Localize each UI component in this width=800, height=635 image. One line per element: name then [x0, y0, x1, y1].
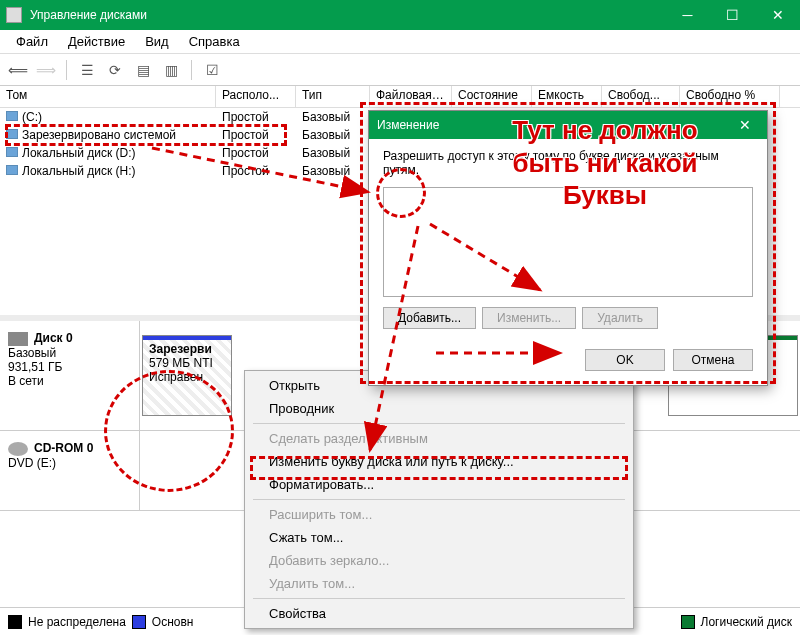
col-capacity[interactable]: Емкость: [532, 86, 602, 107]
volume-header: Том Располо... Тип Файловая ... Состояни…: [0, 86, 800, 108]
back-icon[interactable]: ⟸: [6, 59, 30, 81]
ctx-mirror: Добавить зеркало...: [247, 549, 631, 572]
forward-icon[interactable]: ⟹: [34, 59, 58, 81]
ctx-shrink[interactable]: Сжать том...: [247, 526, 631, 549]
window-title: Управление дисками: [30, 8, 665, 22]
settings-icon[interactable]: ☑: [200, 59, 224, 81]
menu-view[interactable]: Вид: [135, 32, 179, 51]
ctx-make-active: Сделать раздел активным: [247, 427, 631, 450]
view-bottom-icon[interactable]: ▥: [159, 59, 183, 81]
app-icon: [6, 7, 22, 23]
volume-icon: [6, 111, 18, 121]
col-type[interactable]: Тип: [296, 86, 370, 107]
col-fs[interactable]: Файловая ...: [370, 86, 452, 107]
col-layout[interactable]: Располо...: [216, 86, 296, 107]
cdrom-info[interactable]: CD-ROM 0 DVD (E:): [0, 431, 140, 510]
legend-swatch-primary: [132, 615, 146, 629]
ctx-explorer[interactable]: Проводник: [247, 397, 631, 420]
menu-action[interactable]: Действие: [58, 32, 135, 51]
menu-bar: Файл Действие Вид Справка: [0, 30, 800, 54]
ok-button[interactable]: OK: [585, 349, 665, 371]
disk-icon: [8, 332, 28, 346]
ctx-delete: Удалить том...: [247, 572, 631, 595]
view-top-icon[interactable]: ▤: [131, 59, 155, 81]
context-menu: Открыть Проводник Сделать раздел активны…: [244, 370, 634, 629]
dialog-title: Изменение: [377, 118, 731, 132]
remove-button: Удалить: [582, 307, 658, 329]
legend-swatch-unallocated: [8, 615, 22, 629]
dialog-close-icon[interactable]: ✕: [731, 117, 759, 133]
view-list-icon[interactable]: ☰: [75, 59, 99, 81]
ctx-format[interactable]: Форматировать...: [247, 473, 631, 496]
drive-paths-listbox[interactable]: [383, 187, 753, 297]
col-freepct[interactable]: Свободно %: [680, 86, 780, 107]
change-letter-dialog: Изменение ✕ Разрешить доступ к этому том…: [368, 110, 768, 386]
refresh-icon[interactable]: ⟳: [103, 59, 127, 81]
title-bar: Управление дисками ─ ☐ ✕: [0, 0, 800, 30]
volume-icon: [6, 129, 18, 139]
minimize-button[interactable]: ─: [665, 0, 710, 30]
col-volume[interactable]: Том: [0, 86, 216, 107]
col-free[interactable]: Свобод...: [602, 86, 680, 107]
col-status[interactable]: Состояние: [452, 86, 532, 107]
dialog-message: Разрешить доступ к этому тому по букве д…: [383, 149, 753, 177]
ctx-change-letter[interactable]: Изменить букву диска или путь к диску...: [247, 450, 631, 473]
ctx-extend: Расширить том...: [247, 503, 631, 526]
disk-info[interactable]: Диск 0 Базовый 931,51 ГБ В сети: [0, 321, 140, 430]
cdrom-icon: [8, 442, 28, 456]
volume-icon: [6, 147, 18, 157]
add-button[interactable]: Добавить...: [383, 307, 476, 329]
menu-help[interactable]: Справка: [179, 32, 250, 51]
cancel-button[interactable]: Отмена: [673, 349, 753, 371]
partition-system-reserved[interactable]: Зарезерви 579 МБ NTI Исправен: [142, 335, 232, 416]
ctx-properties[interactable]: Свойства: [247, 602, 631, 625]
legend-swatch-logical: [681, 615, 695, 629]
dialog-titlebar: Изменение ✕: [369, 111, 767, 139]
close-button[interactable]: ✕: [755, 0, 800, 30]
menu-file[interactable]: Файл: [6, 32, 58, 51]
toolbar: ⟸ ⟹ ☰ ⟳ ▤ ▥ ☑: [0, 54, 800, 86]
volume-icon: [6, 165, 18, 175]
maximize-button[interactable]: ☐: [710, 0, 755, 30]
edit-button: Изменить...: [482, 307, 576, 329]
